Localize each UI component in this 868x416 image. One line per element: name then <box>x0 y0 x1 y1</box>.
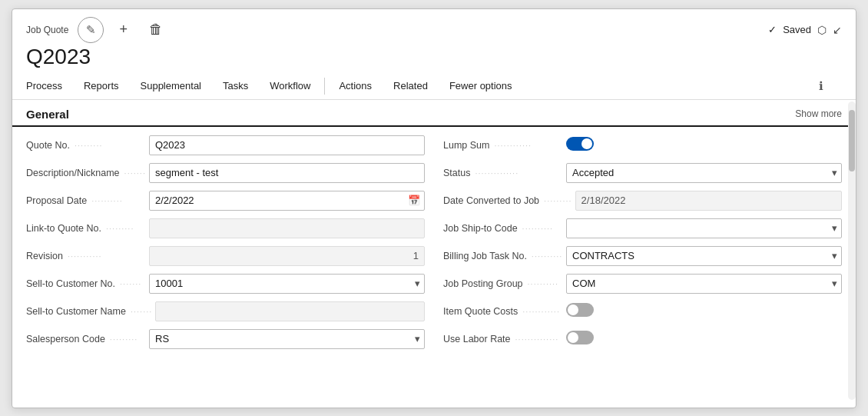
field-row-link-quote: Link-to Quote No.········· <box>26 216 425 241</box>
label-sell-to-customer: Sell-to Customer No.······· <box>26 278 149 289</box>
field-row-use-labor-rate: Use Labor Rate·············· <box>443 327 842 351</box>
control-salesperson-code: RS ▾ <box>149 329 425 349</box>
field-row-job-ship-to: Job Ship-to Code·········· ▾ <box>443 216 842 241</box>
label-lump-sum: Lump Sum············ <box>443 140 566 151</box>
control-lump-sum <box>566 137 842 153</box>
scrollbar[interactable] <box>848 102 856 400</box>
toggle-item-quote-costs[interactable] <box>566 303 594 317</box>
toggle-lump-sum[interactable] <box>566 137 594 151</box>
open-external-button[interactable]: ⬡ <box>817 24 827 36</box>
input-quote-no[interactable] <box>149 135 425 155</box>
field-row-sell-to-name: Sell-to Customer Name······· <box>26 299 425 324</box>
toggle-use-labor-rate[interactable] <box>566 331 594 344</box>
form-col-left: Quote No.········· Description/Nickname·… <box>26 133 425 351</box>
window-title: Job Quote <box>26 25 68 35</box>
field-row-item-quote-costs: Item Quote Costs············ <box>443 299 842 324</box>
label-description: Description/Nickname······· <box>26 168 149 178</box>
label-status: Status·············· <box>443 168 566 178</box>
section-title-general: General <box>26 108 69 121</box>
select-salesperson-code[interactable]: RS <box>149 329 425 349</box>
nav-related[interactable]: Related <box>383 74 439 99</box>
select-billing-job-task[interactable]: CONTRACTS <box>566 246 842 266</box>
edit-icon: ✎ <box>86 23 96 37</box>
nav-supplemental[interactable]: Supplemental <box>130 74 213 99</box>
nav-reports[interactable]: Reports <box>73 74 130 99</box>
field-row-description: Description/Nickname······· <box>26 161 425 185</box>
form-area: Quote No.········· Description/Nickname·… <box>12 127 856 361</box>
add-icon: + <box>119 22 128 37</box>
info-icon[interactable]: ℹ <box>819 79 842 93</box>
field-row-status: Status·············· Accepted ▾ <box>443 161 842 185</box>
control-date-converted: 2/18/2022 <box>575 191 842 211</box>
control-billing-job-task: CONTRACTS ▾ <box>566 246 842 266</box>
field-row-quote-no: Quote No.········· <box>26 133 425 158</box>
show-more-button[interactable]: Show more <box>795 108 842 119</box>
label-job-posting-group: Job Posting Group·········· <box>443 278 566 289</box>
nav-divider <box>324 78 325 95</box>
label-use-labor-rate: Use Labor Rate·············· <box>443 334 566 344</box>
select-status[interactable]: Accepted <box>566 163 842 183</box>
edit-button[interactable]: ✎ <box>78 17 104 43</box>
label-proposal-date: Proposal Date·········· <box>26 195 149 206</box>
add-button[interactable]: + <box>113 18 134 41</box>
label-date-converted: Date Converted to Job········· <box>443 195 575 206</box>
label-salesperson-code: Salesperson Code········· <box>26 334 149 344</box>
control-item-quote-costs <box>566 303 842 319</box>
field-row-salesperson-code: Salesperson Code········· RS ▾ <box>26 327 425 351</box>
field-row-date-converted: Date Converted to Job········· 2/18/2022 <box>443 188 842 213</box>
delete-button[interactable]: 🗑 <box>143 18 169 41</box>
control-job-ship-to: ▾ <box>566 218 842 238</box>
field-row-proposal-date: Proposal Date·········· 📅 <box>26 188 425 213</box>
control-link-quote <box>149 218 425 238</box>
field-row-billing-job-task: Billing Job Task No.·········· CONTRACTS… <box>443 244 842 268</box>
nav-tasks[interactable]: Tasks <box>212 74 259 99</box>
input-proposal-date[interactable] <box>149 191 425 211</box>
section-header-general: General Show more <box>12 100 856 127</box>
control-sell-to-name <box>155 301 425 321</box>
select-job-posting-group[interactable]: COM <box>566 274 842 294</box>
form-col-right: Lump Sum············ Status·············… <box>425 133 842 351</box>
label-quote-no: Quote No.········· <box>26 140 149 151</box>
label-item-quote-costs: Item Quote Costs············ <box>443 306 566 317</box>
saved-status: ✓ Saved ⬡ ↙ <box>768 24 842 36</box>
label-revision: Revision··········· <box>26 251 149 261</box>
page-title: Q2023 <box>12 43 856 74</box>
field-row-lump-sum: Lump Sum············ <box>443 133 842 158</box>
delete-icon: 🗑 <box>149 22 163 37</box>
nav-fewer-options[interactable]: Fewer options <box>439 74 523 99</box>
input-link-quote[interactable] <box>149 218 425 238</box>
select-job-ship-to[interactable] <box>566 218 842 238</box>
input-revision[interactable] <box>149 246 425 266</box>
control-revision <box>149 246 425 266</box>
control-proposal-date: 📅 <box>149 191 425 211</box>
nav-bar: Process Reports Supplemental Tasks Workf… <box>12 74 856 100</box>
title-bar: Job Quote ✎ + 🗑 ✓ Saved ⬡ ↙ <box>12 9 856 43</box>
control-description <box>149 163 425 183</box>
label-billing-job-task: Billing Job Task No.·········· <box>443 251 566 261</box>
nav-process[interactable]: Process <box>26 74 73 99</box>
field-row-sell-to-customer: Sell-to Customer No.······· 10001 ▾ <box>26 271 425 296</box>
collapse-button[interactable]: ↙ <box>833 24 842 36</box>
nav-actions[interactable]: Actions <box>328 74 383 99</box>
select-sell-to-customer[interactable]: 10001 <box>149 274 425 294</box>
nav-workflow[interactable]: Workflow <box>259 74 321 99</box>
control-sell-to-customer: 10001 ▾ <box>149 274 425 294</box>
scrollbar-thumb <box>849 110 855 171</box>
label-job-ship-to: Job Ship-to Code·········· <box>443 223 566 234</box>
main-window: Job Quote ✎ + 🗑 ✓ Saved ⬡ ↙ Q2023 Proces… <box>12 8 856 408</box>
control-use-labor-rate <box>566 331 842 347</box>
check-icon: ✓ <box>768 24 777 35</box>
input-sell-to-name[interactable] <box>155 301 425 321</box>
label-link-quote: Link-to Quote No.········· <box>26 223 149 234</box>
control-job-posting-group: COM ▾ <box>566 274 842 294</box>
control-status: Accepted ▾ <box>566 163 842 183</box>
saved-label: Saved <box>783 24 811 35</box>
label-sell-to-name: Sell-to Customer Name······· <box>26 306 155 317</box>
field-row-revision: Revision··········· <box>26 244 425 268</box>
input-description[interactable] <box>149 163 425 183</box>
field-row-job-posting-group: Job Posting Group·········· COM ▾ <box>443 271 842 296</box>
control-quote-no <box>149 135 425 155</box>
value-date-converted: 2/18/2022 <box>575 191 842 211</box>
